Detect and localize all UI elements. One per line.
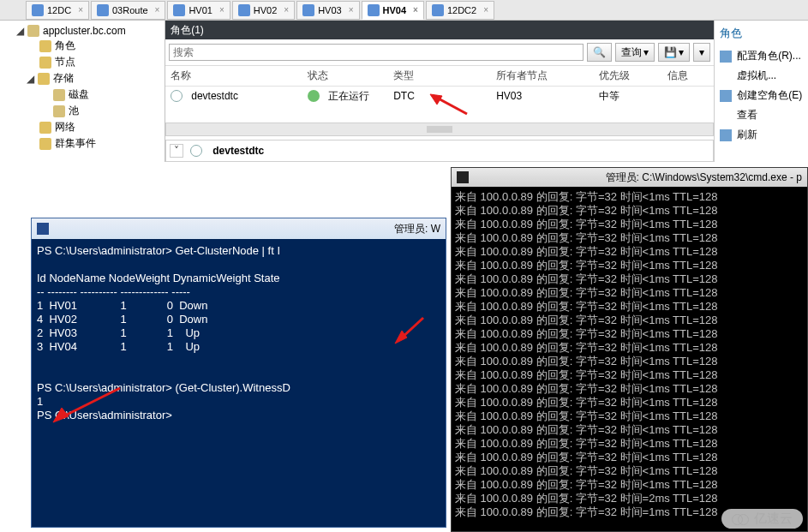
collapse-icon[interactable]: ◢ [26, 73, 34, 85]
detail-name: devtestdtc [212, 145, 264, 157]
close-icon[interactable]: × [284, 5, 289, 15]
tab-03Route[interactable]: 03Route× [91, 1, 165, 20]
tree-pools[interactable]: 池 [3, 103, 161, 119]
tree-networks[interactable]: 网络 [3, 119, 161, 135]
role-type: DTC [388, 90, 491, 102]
col-info[interactable]: 信息 [662, 69, 714, 83]
tree-root[interactable]: ◢appcluster.bc.com [3, 24, 161, 38]
cluster-tree: ◢appcluster.bc.com 角色 节点 ◢存储 磁盘 池 网络 群集事… [0, 21, 165, 162]
host-icon [32, 4, 44, 16]
roles-icon [39, 40, 51, 52]
expand-icon[interactable]: ˅ [170, 144, 183, 158]
close-icon[interactable]: × [413, 5, 418, 15]
tree-disks[interactable]: 磁盘 [3, 87, 161, 103]
actions-title: 角色 [720, 26, 803, 41]
cmd-console[interactable]: 来自 100.0.0.89 的回复: 字节=32 时间<1ms TTL=128 … [452, 187, 807, 531]
search-input[interactable] [169, 44, 584, 61]
host-icon [173, 4, 185, 16]
collapse-icon[interactable]: ◢ [15, 25, 24, 37]
close-icon[interactable]: × [349, 5, 354, 15]
search-bar: 🔍 查询▾ 💾▾ ▾ [165, 39, 714, 66]
tab-HV04[interactable]: HV04× [362, 1, 424, 20]
col-name[interactable]: 名称 [165, 69, 302, 83]
col-state[interactable]: 状态 [302, 69, 388, 83]
tree-events[interactable]: 群集事件 [3, 135, 161, 152]
tab-label: 03Route [112, 5, 148, 15]
action-create-empty[interactable]: 创建空角色(E) [720, 86, 803, 105]
cmd-titlebar[interactable]: 管理员: C:\Windows\System32\cmd.exe - p [452, 168, 807, 187]
dtc-icon [171, 90, 183, 102]
role-owner: HV03 [491, 90, 594, 102]
host-icon [432, 4, 444, 16]
ps-title-text: 管理员: W [394, 222, 440, 236]
action-label: 配置角色(R)... [737, 49, 801, 63]
host-icon [97, 4, 109, 16]
ps-console[interactable]: PS C:\Users\administrator> Get-ClusterNo… [32, 239, 446, 527]
cmd-icon [457, 171, 469, 183]
storage-icon [38, 73, 50, 85]
tree-nodes[interactable]: 节点 [3, 54, 161, 70]
close-icon[interactable]: × [219, 5, 224, 15]
cmd-window[interactable]: 管理员: C:\Windows\System32\cmd.exe - p 来自 … [451, 167, 808, 532]
powershell-window[interactable]: 管理员: W PS C:\Users\administrator> Get-Cl… [31, 218, 446, 528]
tree-label: 磁盘 [69, 87, 89, 102]
tree-storage[interactable]: ◢存储 [3, 70, 161, 87]
action-label: 查看 [737, 108, 757, 123]
roles-heading: 角色(1) [165, 21, 714, 39]
col-type[interactable]: 类型 [388, 69, 491, 83]
action-configure-role[interactable]: 配置角色(R)... [720, 46, 803, 66]
disk-icon [53, 89, 65, 101]
action-vm[interactable]: 虚拟机... [720, 66, 803, 86]
tree-root-label: appcluster.bc.com [43, 25, 126, 37]
action-refresh[interactable]: 刷新 [720, 125, 803, 145]
dtc-icon [190, 145, 202, 157]
blank-icon [720, 70, 732, 82]
cmd-title-text: 管理员: C:\Windows\System32\cmd.exe - p [606, 170, 802, 185]
host-icon [368, 4, 380, 16]
col-priority[interactable]: 优先级 [594, 69, 662, 83]
tab-12DC[interactable]: 12DC× [26, 1, 89, 20]
close-icon[interactable]: × [78, 5, 83, 15]
role-name: devtestdtc [186, 90, 243, 102]
close-icon[interactable]: × [155, 5, 160, 15]
action-label: 创建空角色(E) [737, 88, 802, 103]
scroll-bar[interactable] [165, 123, 714, 136]
close-icon[interactable]: × [483, 5, 488, 15]
detail-panel: ˅ devtestdtc [165, 140, 714, 162]
pool-icon [53, 105, 65, 117]
watermark: 亿速云 [721, 509, 803, 529]
search-button[interactable]: 🔍 [587, 43, 612, 62]
refresh-icon [720, 129, 732, 141]
tab-label: HV03 [318, 5, 342, 15]
tab-HV02[interactable]: HV02× [232, 1, 295, 20]
tree-roles[interactable]: 角色 [3, 38, 161, 54]
configure-icon [720, 51, 732, 63]
tab-label: HV01 [189, 5, 212, 15]
tree-label: 存储 [53, 71, 74, 86]
action-view[interactable]: 查看 [720, 105, 803, 125]
tab-label: 12DC [47, 5, 71, 15]
tab-bar: 12DC× 03Route× HV01× HV02× HV03× HV04× 1… [0, 0, 808, 21]
tree-label: 群集事件 [55, 136, 96, 151]
tab-12DC2[interactable]: 12DC2× [426, 1, 494, 20]
nodes-icon [39, 57, 51, 69]
host-icon [302, 4, 314, 16]
ps-icon [37, 223, 49, 235]
tree-label: 网络 [55, 120, 75, 134]
save-dropdown[interactable]: 💾▾ [658, 43, 690, 62]
tab-HV01[interactable]: HV01× [167, 1, 230, 20]
cloud-icon [732, 513, 749, 525]
action-label: 虚拟机... [737, 69, 776, 83]
roles-panel: 角色(1) 🔍 查询▾ 💾▾ ▾ 名称 状态 类型 所有者节点 优先级 信息 d… [165, 21, 715, 162]
cluster-icon [27, 25, 39, 37]
scroll-thumb[interactable] [427, 126, 452, 133]
tab-HV03[interactable]: HV03× [296, 1, 359, 20]
query-dropdown[interactable]: 查询▾ [615, 43, 655, 62]
ps-titlebar[interactable]: 管理员: W [32, 218, 446, 239]
blank-icon [720, 110, 732, 122]
chevron-down-icon: ▾ [699, 46, 704, 58]
col-owner[interactable]: 所有者节点 [491, 69, 594, 83]
actions-panel: 角色 配置角色(R)... 虚拟机... 创建空角色(E) 查看 刷新 [715, 21, 808, 162]
role-row[interactable]: devtestdtc 正在运行 DTC HV03 中等 [165, 87, 714, 105]
more-dropdown[interactable]: ▾ [693, 43, 710, 62]
